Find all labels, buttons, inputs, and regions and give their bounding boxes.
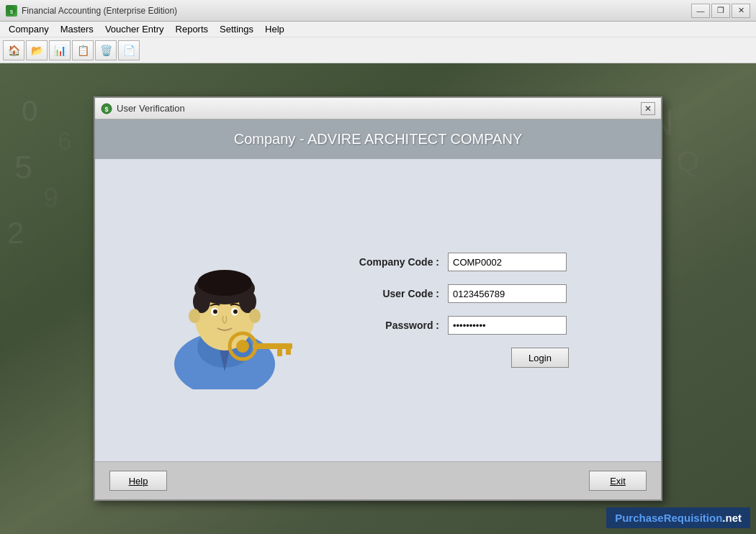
menu-masters[interactable]: Masters — [55, 22, 99, 36]
svg-rect-30 — [253, 343, 292, 349]
app-close-button[interactable]: ✕ — [732, 4, 750, 18]
svg-point-27 — [233, 309, 238, 314]
user-code-label: User Code : — [340, 288, 448, 299]
avatar-section — [124, 231, 325, 389]
login-form: Company Code : User Code : Password : Lo… — [325, 253, 632, 368]
toolbar-btn-doc[interactable]: 📄 — [118, 40, 140, 60]
toolbar: 🏠 📂 📊 📋 🗑️ 📄 — [0, 37, 756, 63]
toolbar-btn-chart[interactable]: 📊 — [49, 40, 71, 60]
menu-company[interactable]: Company — [3, 22, 55, 36]
svg-rect-31 — [277, 349, 282, 356]
svg-point-29 — [236, 340, 249, 353]
window-controls[interactable]: — ❐ ✕ — [691, 4, 750, 18]
watermark-text-blue: PurchaseRequisition — [615, 512, 722, 524]
company-code-label: Company Code : — [340, 256, 448, 268]
dialog-overlay: $ User Verification ✕ Company - ADVIRE A… — [0, 63, 756, 534]
dialog-titlebar: $ User Verification ✕ — [95, 98, 661, 119]
dialog-close-button[interactable]: ✕ — [641, 102, 655, 115]
company-code-input[interactable] — [448, 253, 567, 271]
menu-settings[interactable]: Settings — [214, 22, 259, 36]
company-code-row: Company Code : — [340, 253, 632, 271]
dialog-footer: Help Exit — [95, 461, 661, 499]
svg-point-21 — [197, 270, 252, 296]
user-avatar — [145, 231, 304, 389]
title-bar: $ Financial Accounting (Enterprise Editi… — [0, 0, 756, 22]
svg-rect-32 — [286, 349, 291, 355]
app-title: Financial Accounting (Enterprise Edition… — [22, 6, 177, 16]
company-name: Company - ADVIRE ARCHITECT COMPANY — [234, 131, 522, 147]
app-icon: $ — [6, 5, 17, 17]
watermark-text-white: .net — [722, 512, 742, 524]
toolbar-btn-list[interactable]: 📋 — [72, 40, 94, 60]
dialog-title: User Verification — [117, 103, 185, 114]
dialog-header-band: Company - ADVIRE ARCHITECT COMPANY — [95, 119, 661, 159]
user-code-input[interactable] — [448, 284, 567, 303]
maximize-button[interactable]: ❐ — [711, 4, 730, 18]
help-button[interactable]: Help — [109, 471, 167, 491]
dialog-titlebar-left: $ User Verification — [101, 103, 185, 114]
password-label: Password : — [340, 320, 448, 331]
watermark: PurchaseRequisition.net — [606, 507, 750, 528]
menu-help[interactable]: Help — [259, 22, 290, 36]
minimize-button[interactable]: — — [691, 4, 710, 18]
menu-reports[interactable]: Reports — [170, 22, 215, 36]
menu-voucher-entry[interactable]: Voucher Entry — [99, 22, 170, 36]
svg-text:$: $ — [104, 105, 108, 112]
dialog-body: Company Code : User Code : Password : Lo… — [95, 159, 661, 461]
svg-point-23 — [249, 309, 261, 323]
toolbar-btn-delete[interactable]: 🗑️ — [95, 40, 117, 60]
login-btn-row: Login — [340, 348, 632, 368]
user-verification-dialog: $ User Verification ✕ Company - ADVIRE A… — [94, 96, 662, 501]
password-input[interactable] — [448, 316, 567, 335]
svg-point-26 — [213, 309, 217, 314]
exit-button[interactable]: Exit — [589, 471, 647, 491]
toolbar-btn-open[interactable]: 📂 — [26, 40, 48, 60]
svg-point-22 — [189, 309, 200, 323]
dialog-icon: $ — [101, 103, 112, 114]
toolbar-btn-home[interactable]: 🏠 — [3, 40, 24, 60]
title-bar-left: $ Financial Accounting (Enterprise Editi… — [6, 5, 177, 17]
login-button[interactable]: Login — [511, 348, 569, 368]
main-area: 0 6 5 9 2 N Q $ User Verification ✕ — [0, 63, 756, 534]
password-row: Password : — [340, 316, 632, 335]
user-code-row: User Code : — [340, 284, 632, 303]
svg-text:$: $ — [10, 8, 14, 14]
menu-bar: Company Masters Voucher Entry Reports Se… — [0, 22, 756, 37]
